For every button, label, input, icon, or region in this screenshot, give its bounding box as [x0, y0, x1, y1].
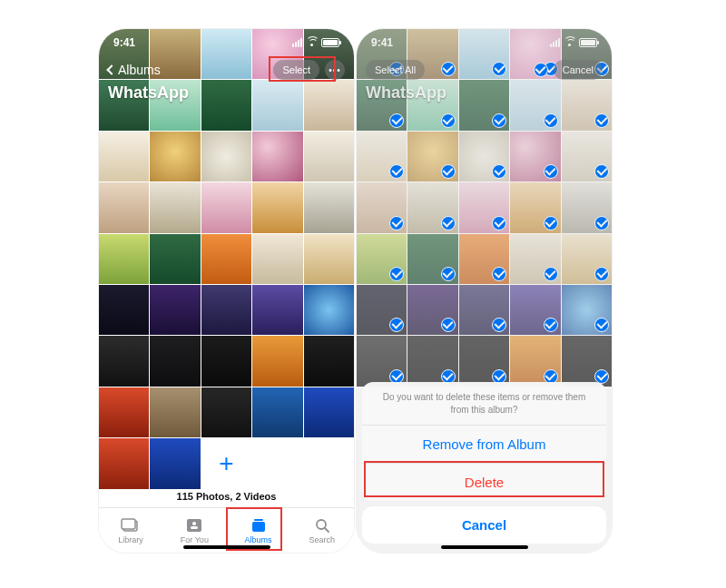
tab-label: Library: [118, 535, 143, 544]
select-button[interactable]: Select: [273, 60, 319, 80]
photo-thumbnail[interactable]: [99, 285, 149, 335]
photo-thumbnail[interactable]: [201, 285, 251, 335]
photo-thumbnail[interactable]: [252, 234, 302, 284]
tab-search[interactable]: Search: [290, 508, 354, 553]
battery-icon: [321, 38, 339, 47]
tab-label: Search: [309, 535, 336, 544]
phone-right: 9:41 Select All Cancel WhatsApp Do you: [357, 29, 612, 553]
empty-cell: [304, 438, 354, 488]
ellipsis-icon: •••: [329, 65, 341, 75]
library-icon: [121, 517, 141, 534]
photo-thumbnail[interactable]: [99, 132, 149, 181]
more-button[interactable]: •••: [325, 60, 345, 80]
sheet-message: Do you want to delete these items or rem…: [362, 382, 606, 425]
photo-thumbnail[interactable]: [304, 80, 354, 130]
photo-thumbnail[interactable]: [150, 132, 200, 181]
photo-count: 115 Photos, 2 Videos: [99, 491, 354, 502]
svg-point-3: [192, 522, 196, 525]
photo-thumbnail[interactable]: [252, 132, 302, 181]
photo-thumbnail[interactable]: [99, 387, 149, 437]
chevron-left-icon: [106, 64, 116, 74]
photo-thumbnail[interactable]: [252, 182, 302, 232]
albums-icon: [249, 517, 269, 534]
photo-thumbnail[interactable]: [150, 336, 200, 386]
back-button[interactable]: Albums: [108, 63, 161, 77]
sheet-main-group: Do you want to delete these items or rem…: [362, 382, 606, 501]
svg-rect-6: [254, 519, 263, 521]
status-right: [292, 38, 339, 47]
photo-thumbnail[interactable]: [304, 285, 354, 335]
wifi-icon: [306, 38, 318, 47]
photo-thumbnail[interactable]: [201, 132, 251, 181]
svg-line-8: [325, 528, 329, 532]
photo-thumbnail[interactable]: [304, 387, 354, 437]
phone-left: + 9:41 Albums Select •••: [99, 29, 354, 553]
photo-thumbnail[interactable]: [201, 80, 251, 130]
cancel-button[interactable]: Cancel: [362, 506, 606, 544]
add-photo-button[interactable]: +: [201, 438, 251, 488]
tab-label: For You: [181, 535, 209, 544]
delete-button[interactable]: Delete: [362, 463, 606, 501]
photo-thumbnail[interactable]: [150, 234, 200, 284]
photo-thumbnail[interactable]: [304, 182, 354, 232]
photo-thumbnail[interactable]: [150, 285, 200, 335]
home-indicator[interactable]: [183, 545, 270, 549]
photo-thumbnail[interactable]: [99, 182, 149, 232]
cellular-icon: [292, 38, 302, 47]
nav-bar: Albums Select •••: [99, 56, 354, 83]
photo-thumbnail[interactable]: [252, 285, 302, 335]
empty-cell: [252, 438, 302, 488]
photo-thumbnail[interactable]: [201, 336, 251, 386]
status-bar: 9:41: [99, 29, 354, 56]
photo-thumbnail[interactable]: [99, 438, 149, 488]
photo-thumbnail[interactable]: [150, 387, 200, 437]
photo-thumbnail[interactable]: [252, 80, 302, 130]
photo-thumbnail[interactable]: [99, 336, 149, 386]
photo-thumbnail[interactable]: [99, 234, 149, 284]
remove-from-album-button[interactable]: Remove from Album: [362, 425, 606, 463]
tab-library[interactable]: Library: [99, 508, 162, 553]
for-you-icon: [184, 517, 204, 534]
back-label: Albums: [118, 63, 161, 77]
photo-thumbnail[interactable]: [252, 336, 302, 386]
photo-thumbnail[interactable]: [201, 387, 251, 437]
home-indicator[interactable]: [441, 545, 528, 549]
photo-thumbnail[interactable]: [150, 438, 200, 488]
svg-rect-5: [252, 522, 265, 532]
photo-thumbnail[interactable]: [201, 234, 251, 284]
photo-thumbnail[interactable]: [304, 132, 354, 181]
photo-thumbnail[interactable]: [252, 387, 302, 437]
album-title: WhatsApp: [108, 83, 189, 103]
search-icon: [312, 517, 332, 534]
photo-thumbnail[interactable]: [201, 182, 251, 232]
action-sheet: Do you want to delete these items or rem…: [362, 382, 606, 544]
svg-rect-1: [122, 519, 135, 529]
photo-thumbnail[interactable]: [304, 234, 354, 284]
svg-rect-4: [191, 526, 198, 529]
photo-thumbnail[interactable]: [304, 336, 354, 386]
photo-thumbnail[interactable]: [150, 182, 200, 232]
status-time: 9:41: [113, 36, 135, 49]
tab-label: Albums: [245, 535, 272, 544]
